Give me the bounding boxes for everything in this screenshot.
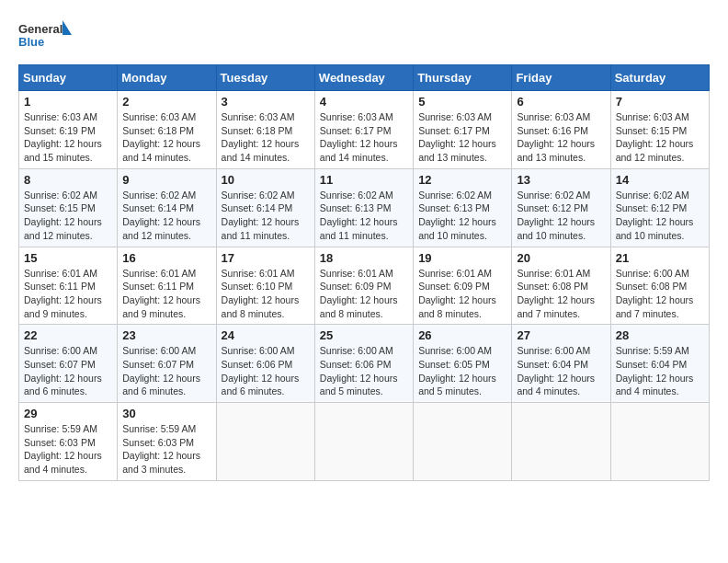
day-number: 6 xyxy=(517,95,605,109)
calendar-cell: 17Sunrise: 6:01 AMSunset: 6:10 PMDayligh… xyxy=(216,247,314,325)
calendar-cell: 10Sunrise: 6:02 AMSunset: 6:14 PMDayligh… xyxy=(216,168,314,247)
calendar-cell: 7Sunrise: 6:03 AMSunset: 6:15 PMDaylight… xyxy=(610,91,709,169)
calendar-cell: 12Sunrise: 6:02 AMSunset: 6:13 PMDayligh… xyxy=(414,168,512,247)
day-number: 23 xyxy=(122,328,210,342)
calendar-cell: 26Sunrise: 6:00 AMSunset: 6:05 PMDayligh… xyxy=(414,325,512,403)
day-number: 10 xyxy=(222,173,310,187)
calendar-cell: 19Sunrise: 6:01 AMSunset: 6:09 PMDayligh… xyxy=(414,247,512,325)
calendar-cell xyxy=(512,403,610,481)
day-info: Sunrise: 6:03 AMSunset: 6:19 PMDaylight:… xyxy=(24,110,112,165)
day-info: Sunrise: 6:00 AMSunset: 6:07 PMDaylight:… xyxy=(122,344,210,398)
calendar-cell: 11Sunrise: 6:02 AMSunset: 6:13 PMDayligh… xyxy=(314,168,413,247)
calendar-week-5: 29Sunrise: 5:59 AMSunset: 6:03 PMDayligh… xyxy=(19,403,710,481)
day-number: 28 xyxy=(616,328,704,342)
weekday-header-sunday: Sunday xyxy=(19,65,118,91)
calendar-table: SundayMondayTuesdayWednesdayThursdayFrid… xyxy=(18,64,710,481)
weekday-header-tuesday: Tuesday xyxy=(216,65,314,91)
day-number: 19 xyxy=(418,251,506,265)
day-info: Sunrise: 6:02 AMSunset: 6:13 PMDaylight:… xyxy=(418,189,506,243)
calendar-cell: 5Sunrise: 6:03 AMSunset: 6:17 PMDaylight… xyxy=(414,91,512,169)
day-number: 17 xyxy=(222,251,310,265)
day-info: Sunrise: 6:03 AMSunset: 6:15 PMDaylight:… xyxy=(616,110,704,165)
svg-text:General: General xyxy=(18,22,63,36)
calendar-cell: 25Sunrise: 6:00 AMSunset: 6:06 PMDayligh… xyxy=(314,325,413,403)
day-info: Sunrise: 6:01 AMSunset: 6:11 PMDaylight:… xyxy=(122,267,210,321)
calendar-cell: 27Sunrise: 6:00 AMSunset: 6:04 PMDayligh… xyxy=(512,325,610,403)
calendar-cell: 22Sunrise: 6:00 AMSunset: 6:07 PMDayligh… xyxy=(19,325,118,403)
calendar-cell xyxy=(414,403,512,481)
weekday-header-thursday: Thursday xyxy=(414,65,512,91)
calendar-cell: 16Sunrise: 6:01 AMSunset: 6:11 PMDayligh… xyxy=(118,247,216,325)
calendar-week-3: 15Sunrise: 6:01 AMSunset: 6:11 PMDayligh… xyxy=(19,247,710,325)
day-number: 15 xyxy=(24,251,112,265)
calendar-cell: 28Sunrise: 5:59 AMSunset: 6:04 PMDayligh… xyxy=(610,325,709,403)
day-number: 22 xyxy=(24,328,112,342)
day-number: 30 xyxy=(122,407,210,420)
day-number: 12 xyxy=(418,173,506,187)
calendar-cell: 15Sunrise: 6:01 AMSunset: 6:11 PMDayligh… xyxy=(19,247,118,325)
day-info: Sunrise: 6:01 AMSunset: 6:11 PMDaylight:… xyxy=(24,267,112,321)
weekday-header-wednesday: Wednesday xyxy=(314,65,413,91)
calendar-cell xyxy=(216,403,314,481)
day-info: Sunrise: 6:02 AMSunset: 6:13 PMDaylight:… xyxy=(320,189,408,243)
day-info: Sunrise: 6:01 AMSunset: 6:09 PMDaylight:… xyxy=(320,267,408,321)
day-info: Sunrise: 6:00 AMSunset: 6:08 PMDaylight:… xyxy=(616,267,704,321)
day-info: Sunrise: 6:02 AMSunset: 6:12 PMDaylight:… xyxy=(616,189,704,243)
day-number: 3 xyxy=(222,95,310,109)
weekday-header-friday: Friday xyxy=(512,65,610,91)
day-info: Sunrise: 6:02 AMSunset: 6:14 PMDaylight:… xyxy=(222,189,310,243)
calendar-header-row: SundayMondayTuesdayWednesdayThursdayFrid… xyxy=(19,65,710,91)
day-info: Sunrise: 6:01 AMSunset: 6:10 PMDaylight:… xyxy=(222,267,310,321)
day-info: Sunrise: 6:03 AMSunset: 6:18 PMDaylight:… xyxy=(122,110,210,165)
logo-icon: General Blue xyxy=(18,18,74,55)
day-number: 7 xyxy=(616,95,704,109)
logo: General Blue xyxy=(18,18,74,55)
day-number: 26 xyxy=(418,328,506,342)
calendar-cell: 4Sunrise: 6:03 AMSunset: 6:17 PMDaylight… xyxy=(314,91,413,169)
calendar-week-2: 8Sunrise: 6:02 AMSunset: 6:15 PMDaylight… xyxy=(19,168,710,247)
svg-text:Blue: Blue xyxy=(18,35,44,49)
weekday-header-monday: Monday xyxy=(118,65,216,91)
calendar-cell: 20Sunrise: 6:01 AMSunset: 6:08 PMDayligh… xyxy=(512,247,610,325)
day-info: Sunrise: 6:00 AMSunset: 6:05 PMDaylight:… xyxy=(418,344,506,398)
calendar-cell: 1Sunrise: 6:03 AMSunset: 6:19 PMDaylight… xyxy=(19,91,118,169)
calendar-cell: 24Sunrise: 6:00 AMSunset: 6:06 PMDayligh… xyxy=(216,325,314,403)
day-info: Sunrise: 6:01 AMSunset: 6:09 PMDaylight:… xyxy=(418,267,506,321)
day-number: 21 xyxy=(616,251,704,265)
calendar-cell: 14Sunrise: 6:02 AMSunset: 6:12 PMDayligh… xyxy=(610,168,709,247)
day-number: 11 xyxy=(320,173,408,187)
day-number: 9 xyxy=(122,173,210,187)
day-info: Sunrise: 6:03 AMSunset: 6:17 PMDaylight:… xyxy=(418,110,506,165)
svg-marker-2 xyxy=(63,20,72,35)
calendar-cell: 2Sunrise: 6:03 AMSunset: 6:18 PMDaylight… xyxy=(118,91,216,169)
day-info: Sunrise: 6:00 AMSunset: 6:07 PMDaylight:… xyxy=(24,344,112,398)
day-info: Sunrise: 6:02 AMSunset: 6:14 PMDaylight:… xyxy=(122,189,210,243)
day-info: Sunrise: 5:59 AMSunset: 6:03 PMDaylight:… xyxy=(122,422,210,477)
calendar-week-1: 1Sunrise: 6:03 AMSunset: 6:19 PMDaylight… xyxy=(19,91,710,169)
day-number: 1 xyxy=(24,95,112,109)
day-number: 4 xyxy=(320,95,408,109)
day-info: Sunrise: 6:03 AMSunset: 6:16 PMDaylight:… xyxy=(517,110,605,165)
calendar-cell xyxy=(314,403,413,481)
day-info: Sunrise: 6:02 AMSunset: 6:12 PMDaylight:… xyxy=(517,189,605,243)
calendar-week-4: 22Sunrise: 6:00 AMSunset: 6:07 PMDayligh… xyxy=(19,325,710,403)
day-info: Sunrise: 6:00 AMSunset: 6:06 PMDaylight:… xyxy=(222,344,310,398)
calendar-cell: 29Sunrise: 5:59 AMSunset: 6:03 PMDayligh… xyxy=(19,403,118,481)
day-number: 27 xyxy=(517,328,605,342)
day-number: 2 xyxy=(122,95,210,109)
page-header: General Blue xyxy=(18,18,710,55)
calendar-cell: 21Sunrise: 6:00 AMSunset: 6:08 PMDayligh… xyxy=(610,247,709,325)
calendar-cell: 8Sunrise: 6:02 AMSunset: 6:15 PMDaylight… xyxy=(19,168,118,247)
day-info: Sunrise: 6:02 AMSunset: 6:15 PMDaylight:… xyxy=(24,189,112,243)
calendar-cell xyxy=(610,403,709,481)
weekday-header-saturday: Saturday xyxy=(610,65,709,91)
day-info: Sunrise: 6:00 AMSunset: 6:06 PMDaylight:… xyxy=(320,344,408,398)
calendar-cell: 30Sunrise: 5:59 AMSunset: 6:03 PMDayligh… xyxy=(118,403,216,481)
day-number: 18 xyxy=(320,251,408,265)
day-number: 25 xyxy=(320,328,408,342)
calendar-cell: 13Sunrise: 6:02 AMSunset: 6:12 PMDayligh… xyxy=(512,168,610,247)
day-info: Sunrise: 6:00 AMSunset: 6:04 PMDaylight:… xyxy=(517,344,605,398)
day-number: 13 xyxy=(517,173,605,187)
day-info: Sunrise: 5:59 AMSunset: 6:04 PMDaylight:… xyxy=(616,344,704,398)
day-info: Sunrise: 6:01 AMSunset: 6:08 PMDaylight:… xyxy=(517,267,605,321)
